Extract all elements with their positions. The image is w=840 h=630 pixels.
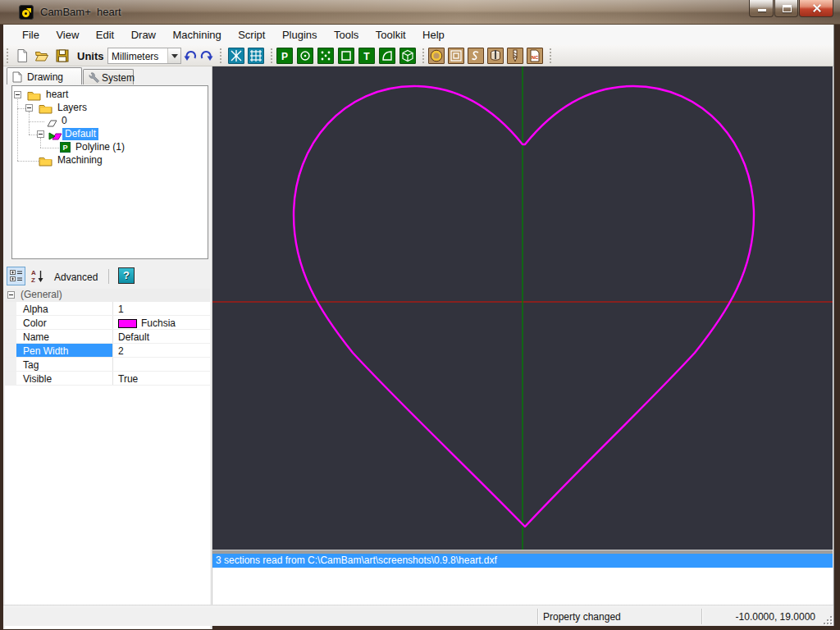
log-message-selected[interactable]: 3 sections read from C:\CamBam\art\scree… [212,554,833,568]
advanced-button[interactable]: Advanced [54,272,98,283]
draw-3d-object-icon[interactable] [399,48,416,64]
title-bar[interactable]: CamBam+ heart [0,0,840,25]
property-value[interactable]: True [114,372,210,385]
collapse-box[interactable] [25,104,33,112]
draw-circle-icon[interactable] [297,48,313,64]
mop-engrave-icon[interactable] [468,48,484,64]
tree-item-machining[interactable]: Machining [55,154,105,167]
help-button[interactable]: ? [118,267,135,284]
svg-text:T: T [363,51,370,62]
toolbar-grip[interactable] [422,48,426,63]
draw-rectangle-icon[interactable] [338,48,354,64]
close-button[interactable] [799,0,833,17]
menu-help[interactable]: Help [416,25,451,44]
menu-tools[interactable]: Tools [327,25,365,44]
tree-item-layer0[interactable]: 0 [59,115,70,127]
property-value[interactable] [114,358,210,371]
tree-row-layer0: 0 [12,115,208,128]
open-file-icon[interactable] [34,48,49,63]
property-value[interactable]: 2 [114,344,210,357]
menu-toolkit[interactable]: Toolkit [369,25,413,44]
units-dropdown-arrow-icon[interactable] [167,48,180,63]
minimize-icon [758,9,766,11]
save-file-icon[interactable] [55,48,70,63]
draw-polyline-icon[interactable]: P [276,48,293,64]
gcode-output-icon[interactable]: NC [527,48,543,64]
snap-to-grid-icon[interactable] [248,48,264,64]
alphabetical-sort-button[interactable]: AZ [28,267,47,285]
tree-item-layers[interactable]: Layers [55,102,89,114]
window-title: CamBam+ heart [40,6,121,18]
maximize-button[interactable] [774,0,798,17]
drawing-page-icon [12,71,22,85]
tab-system-label: System [102,72,135,84]
draw-surface-icon[interactable] [379,48,395,64]
property-name[interactable]: Name [16,330,113,343]
toolbar-grip[interactable] [550,48,553,63]
log-panel[interactable] [212,568,833,605]
menu-plugins[interactable]: Plugins [276,25,324,44]
tree-item-default[interactable]: Default [62,128,98,140]
collapse-box[interactable] [37,130,44,138]
color-swatch [118,319,137,328]
toolbar-grip[interactable] [271,48,274,63]
undo-icon[interactable] [184,48,199,63]
svg-text:A: A [31,269,36,276]
property-value[interactable]: Fuchsia [114,316,210,329]
property-category-label: (General) [18,289,65,301]
units-label: Units [77,50,104,62]
collapse-box[interactable] [7,291,15,299]
resize-grip[interactable] [821,614,832,624]
property-name[interactable]: Tag [16,358,113,371]
menu-view[interactable]: View [49,25,85,44]
folder-icon [39,155,52,170]
mop-pocket-icon[interactable] [448,48,464,64]
side-panel: Drawing System heart [3,66,212,629]
mop-profile-icon[interactable] [428,48,445,64]
categorized-view-button[interactable] [7,267,25,285]
property-name[interactable]: Pen Width [16,344,113,357]
property-value[interactable]: 1 [114,302,210,315]
tree-row-heart: heart [12,89,208,102]
menu-edit[interactable]: Edit [89,25,121,44]
svg-text:P: P [281,51,288,62]
menu-script[interactable]: Script [231,25,272,44]
menu-machining[interactable]: Machining [166,25,227,44]
tree-item-polyline[interactable]: Polyline (1) [73,141,127,153]
new-file-icon[interactable] [15,48,30,63]
tree-row-layers: Layers [12,102,208,115]
property-grid: (General) Alpha 1 Color Fuchsia Name Def… [5,289,210,628]
properties-toolbar: AZ Advanced ? [3,264,212,289]
svg-text:NC: NC [532,55,539,60]
property-name[interactable]: Color [16,316,113,329]
property-category-row[interactable]: (General) [5,289,210,302]
app-window: File View Edit Draw Machining Script Plu… [3,25,834,626]
toolbar-grip[interactable] [7,48,10,63]
tab-drawing[interactable]: Drawing [7,67,82,84]
units-combobox[interactable]: Millimeters [107,48,181,64]
property-row-visible: Visible True [5,372,210,386]
minimize-button[interactable] [749,0,774,17]
main-toolbar: Units Millimeters P [3,45,833,66]
snap-to-points-icon[interactable] [228,48,244,64]
property-name[interactable]: Alpha [16,302,113,315]
status-bar: Property changed -10.0000, 19.0000 [3,607,833,626]
drawing-canvas[interactable] [212,66,833,550]
menu-file[interactable]: File [16,25,46,44]
property-name[interactable]: Visible [16,372,113,385]
draw-points-icon[interactable] [317,48,334,64]
tree-item-heart[interactable]: heart [43,89,71,101]
heart-polyline [294,86,754,527]
cursor-coordinates: -10.0000, 19.0000 [701,609,827,624]
menu-draw[interactable]: Draw [125,25,162,44]
draw-text-icon[interactable]: T [358,48,375,64]
tab-system[interactable]: System [83,69,134,84]
svg-text:Z: Z [31,276,35,284]
property-value[interactable]: Default [114,330,210,343]
property-row-name: Name Default [5,330,210,344]
toolbar-grip[interactable] [220,48,223,63]
redo-icon[interactable] [199,48,214,63]
mop-drill-icon[interactable] [507,48,523,64]
collapse-box[interactable] [14,91,21,98]
mop-3d-profile-icon[interactable] [487,48,504,64]
